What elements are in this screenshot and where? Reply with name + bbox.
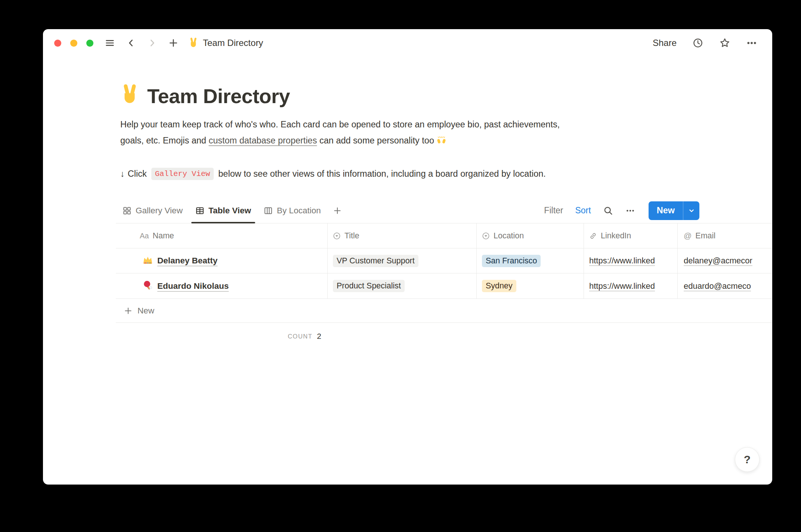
cell-location[interactable]: San Francisco [477,248,584,273]
page-title-text: Team Directory [147,84,290,108]
tab-gallery-view[interactable]: Gallery View [116,198,189,223]
column-label: Name [152,231,174,241]
database-toolbar: Filter Sort New [544,201,699,220]
column-header-name[interactable]: Aa Name [116,223,328,248]
location-tag: Sydney [482,280,516,292]
close-window-button[interactable] [54,40,61,47]
url-property-icon [589,232,597,240]
new-record-button[interactable]: New [649,201,683,220]
text-property-icon: Aa [140,232,149,240]
help-button[interactable]: ? [735,447,760,472]
person-page-link[interactable]: Delaney Beatty [157,256,217,266]
person-page-link[interactable]: Eduardo Nikolaus [157,281,229,291]
linkedin-url-link[interactable]: https://www.linked [589,281,655,291]
column-label: Title [344,231,359,241]
cell-name[interactable]: Delaney Beatty [116,248,328,273]
back-icon[interactable] [126,38,136,48]
new-tab-icon[interactable] [168,38,179,48]
traffic-lights [54,40,93,47]
select-property-icon [482,232,490,240]
add-view-button[interactable] [327,206,347,216]
tab-label: Table View [208,206,251,216]
count-value: 2 [317,332,321,341]
table-row: Delaney Beatty VP Customer Support San F… [116,248,772,273]
table-view-icon [195,206,204,215]
raising-hands-emoji [437,134,446,150]
custom-database-properties-link[interactable]: custom database properties [208,136,317,145]
callout-line: ↓ Click Gallery View below to see other … [120,168,546,180]
callout-pre-text: Click [128,169,147,179]
breadcrumb[interactable]: Team Directory [188,37,263,49]
search-icon[interactable] [603,205,613,216]
description-line2-post: can add some personality too [317,136,436,145]
location-tag: San Francisco [482,255,541,267]
callout-post-text: below to see other views of this informa… [218,169,546,179]
board-view-icon [264,206,273,215]
sidebar-toggle-icon[interactable] [105,38,115,48]
gallery-view-code-chip: Gallery View [151,168,214,180]
down-arrow-glyph: ↓ [120,169,125,179]
cell-title[interactable]: Product Specialist [328,273,477,299]
tab-table-view[interactable]: Table View [189,198,257,223]
select-property-icon [333,232,341,240]
cell-email[interactable]: eduardo@acmeco [678,273,772,299]
notion-window: Team Directory Share Team Directory [43,29,772,485]
titlebar: Team Directory Share [43,29,772,57]
more-options-icon[interactable] [625,206,635,216]
new-row-button[interactable]: New [116,299,772,323]
desktop-background: Team Directory Share Team Directory [0,0,801,532]
ping-pong-emoji [143,280,153,292]
title-tag: Product Specialist [333,280,405,292]
share-button[interactable]: Share [653,38,677,48]
forward-icon[interactable] [147,38,157,48]
tab-by-location[interactable]: By Location [257,198,327,223]
email-link[interactable]: eduardo@acmeco [684,281,751,291]
cell-name[interactable]: Eduardo Nikolaus [116,273,328,299]
history-icon[interactable] [692,37,703,49]
cell-email[interactable]: delaney@acmecor [678,248,772,273]
cell-location[interactable]: Sydney [477,273,584,299]
table-row: Eduardo Nikolaus Product Specialist Sydn… [116,273,772,299]
column-header-location[interactable]: Location [477,223,584,248]
victory-hand-emoji [188,37,198,49]
description-line1: Help your team keep track of who's who. … [120,120,560,129]
more-options-icon[interactable] [746,37,757,49]
titlebar-doc-title: Team Directory [203,38,263,48]
filter-button[interactable]: Filter [544,205,563,216]
view-switcher-bar: Gallery View Table View By Location [116,198,772,223]
database-block: Gallery View Table View By Location [116,198,772,350]
cell-linkedin[interactable]: https://www.linked [584,248,678,273]
sort-button[interactable]: Sort [575,205,591,216]
linkedin-url-link[interactable]: https://www.linked [589,256,655,266]
victory-hand-emoji [120,84,140,108]
column-header-linkedin[interactable]: LinkedIn [584,223,678,248]
column-header-email[interactable]: @ Email [678,223,772,248]
title-tag: VP Customer Support [333,255,418,267]
column-label: Location [494,231,524,241]
page-description: Help your team keep track of who's who. … [120,117,688,150]
nav-controls [105,38,179,48]
page-title: Team Directory [120,84,290,108]
email-link[interactable]: delaney@acmecor [684,256,752,266]
favorite-star-icon[interactable] [719,37,730,49]
count-label[interactable]: COUNT [288,333,312,340]
new-record-split-button: New [649,201,699,220]
column-label: Email [695,231,715,241]
plus-icon [123,306,133,316]
minimize-window-button[interactable] [70,40,77,47]
tab-label: Gallery View [136,206,183,216]
column-label: LinkedIn [601,231,631,241]
column-header-title[interactable]: Title [328,223,477,248]
tab-label: By Location [277,206,321,216]
description-line2-pre: goals, etc. Emojis and [120,136,208,145]
new-record-dropdown[interactable] [683,201,699,220]
cell-linkedin[interactable]: https://www.linked [584,273,678,299]
table-header-row: Aa Name Title Location [116,223,772,248]
crown-emoji [143,255,153,267]
cell-title[interactable]: VP Customer Support [328,248,477,273]
email-property-icon: @ [684,231,692,240]
zoom-window-button[interactable] [86,40,93,47]
table-footer: COUNT 2 [116,323,321,350]
titlebar-actions: Share [653,37,757,49]
new-row-label: New [137,306,154,316]
